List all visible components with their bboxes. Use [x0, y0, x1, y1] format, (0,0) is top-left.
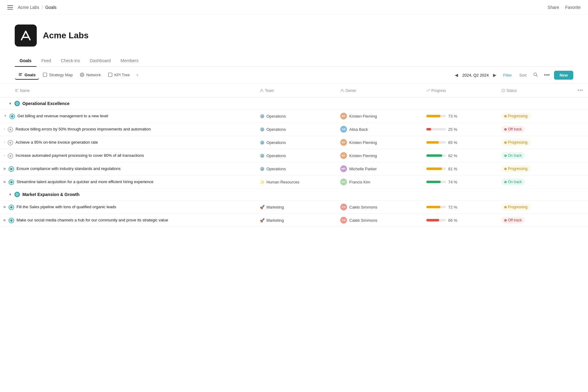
goals-table-container: Name Team Owner — [0, 84, 588, 227]
new-button[interactable]: New — [554, 71, 573, 80]
owner-cell: CSCaleb Simmons — [340, 217, 419, 224]
goal-icon — [9, 218, 14, 223]
goal-text[interactable]: Make our social media channels a hub for… — [17, 217, 168, 223]
view-tab-kpi-tree[interactable]: KPI Tree — [104, 71, 134, 80]
sub-goal-name-cell: ● Increase automated payment processing … — [0, 149, 256, 162]
group-chevron[interactable]: ▼ — [9, 193, 12, 196]
goal-row-chevron[interactable]: ▶ — [4, 180, 6, 184]
sub-goal-text[interactable]: Reduce billing errors by 50% through pro… — [16, 126, 151, 132]
sub-goal-status-cell: Off track — [498, 123, 573, 136]
owner-cell: KFKristen Fleming — [340, 152, 419, 159]
goal-row-chevron[interactable]: ▼ — [4, 114, 7, 118]
sub-goal-more-cell — [572, 136, 588, 149]
goal-name-wrapper: ▶ Streamline talent acquisition for a qu… — [4, 179, 252, 185]
goals-table: Name Team Owner — [0, 84, 588, 227]
group-header-cell: ▼ Market Expansion & Growth — [0, 189, 588, 201]
owner-cell: ABAlisa Back — [340, 126, 419, 133]
goal-icon — [8, 153, 13, 159]
favorite-button[interactable]: Favorite — [565, 5, 581, 10]
period-prev-button[interactable]: ◀ — [453, 71, 460, 79]
progress-bar-bg — [426, 181, 446, 183]
goal-icon — [9, 114, 15, 119]
avatar: FK — [340, 179, 347, 185]
page-tab-goals[interactable]: Goals — [15, 55, 36, 67]
sub-goal-status-cell: On track — [498, 149, 573, 162]
status-badge: Progressing — [501, 139, 531, 146]
goal-text[interactable]: Streamline talent acquisition for a quic… — [17, 179, 153, 185]
status-badge: Progressing — [501, 165, 531, 172]
sub-goal-name-cell: ● Reduce billing errors by 50% through p… — [0, 123, 256, 136]
team-icon: ⚙️ — [260, 140, 265, 145]
owner-name: Caleb Simmons — [349, 205, 378, 209]
goal-text[interactable]: Get billing and revenue management to a … — [17, 113, 108, 119]
sort-button[interactable]: Sort — [517, 72, 529, 79]
goal-progress-cell: 74 % — [423, 175, 498, 189]
owner-name: Kristen Fleming — [349, 153, 377, 158]
add-view-tab-button[interactable]: + — [134, 70, 141, 80]
page-tab-feed[interactable]: Feed — [36, 55, 56, 67]
progress-cell: 73 % — [426, 114, 494, 119]
goal-name-wrapper: ▶ Ensure compliance with industry standa… — [4, 166, 252, 172]
goal-owner-cell: CSCaleb Simmons — [337, 201, 423, 214]
progress-bar-fill — [426, 219, 439, 221]
goal-owner-cell: CSCaleb Simmons — [337, 214, 423, 227]
team-icon: ⚙️ — [260, 114, 265, 119]
table-row: ● Increase automated payment processing … — [0, 149, 588, 162]
group-header-row: ▼ Market Expansion & Growth — [0, 189, 588, 201]
progress-pct: 74 % — [448, 180, 459, 184]
share-button[interactable]: Share — [548, 5, 559, 10]
sub-goal-text[interactable]: Achieve a 95% on-time invoice generation… — [16, 140, 98, 145]
sub-goal-more-cell — [572, 123, 588, 136]
goal-row-chevron[interactable]: ▶ — [4, 167, 6, 171]
table-more-options[interactable]: ••• — [576, 86, 584, 95]
svg-point-20 — [17, 194, 17, 195]
goal-text[interactable]: Fill the Sales pipeline with tons of qua… — [17, 204, 116, 210]
sub-goal-bullet: ● — [4, 141, 5, 144]
progress-cell: 66 % — [426, 218, 494, 223]
team-name: Operations — [266, 153, 286, 158]
progress-bar-fill — [426, 206, 440, 208]
view-tab-network[interactable]: Network — [76, 71, 104, 80]
progress-pct: 73 % — [448, 114, 459, 119]
goal-row-chevron[interactable]: ▶ — [4, 218, 6, 222]
progress-bar-fill — [426, 141, 439, 144]
status-dot — [504, 168, 507, 170]
page-tab-dashboard[interactable]: Dashboard — [85, 55, 116, 67]
svg-point-5 — [80, 73, 84, 77]
status-badge: Off track — [501, 217, 525, 224]
table-row: ● Reduce billing errors by 50% through p… — [0, 123, 588, 136]
owner-cell: FKFrancis Kim — [340, 179, 419, 185]
sub-goal-owner-cell: KFKristen Fleming — [337, 149, 423, 162]
progress-bar-bg — [426, 115, 446, 117]
top-nav: Acme Labs / Goals Share Favorite — [0, 0, 588, 15]
menu-button[interactable] — [7, 5, 13, 9]
more-options-button[interactable]: ••• — [542, 71, 552, 80]
breadcrumb-root[interactable]: Acme Labs — [18, 5, 39, 10]
view-tab-strategy-map[interactable]: Strategy Map — [39, 71, 76, 80]
sub-goal-team-cell: ⚙️Operations — [256, 136, 337, 149]
filter-button[interactable]: Filter — [501, 72, 514, 79]
goal-progress-cell: 72 % — [423, 201, 498, 214]
goal-name-cell: ▶ Ensure compliance with industry standa… — [0, 162, 256, 175]
sub-goal-text[interactable]: Increase automated payment processing to… — [16, 153, 144, 158]
svg-rect-6 — [108, 73, 112, 77]
page-tab-checkins[interactable]: Check-ins — [56, 55, 85, 67]
group-header-row: ▼ Operational Excellence — [0, 98, 588, 110]
goal-team-cell: 🚀Marketing — [256, 214, 337, 227]
sub-toolbar: GoalsStrategy MapNetworkKPI Tree+ ◀ 2024… — [0, 67, 588, 84]
view-tab-goals[interactable]: Goals — [15, 71, 39, 80]
goal-row-chevron[interactable]: ▶ — [4, 205, 6, 209]
period-next-button[interactable]: ▶ — [491, 71, 498, 79]
group-chevron[interactable]: ▼ — [9, 102, 12, 105]
status-dot — [504, 181, 507, 183]
team-name: Operations — [266, 114, 286, 119]
progress-bar-fill — [426, 168, 442, 170]
owner-cell: MPMichelle Parker — [340, 165, 419, 172]
team-badge: ⚙️Operations — [260, 127, 333, 132]
search-button[interactable] — [531, 71, 540, 79]
goal-text[interactable]: Ensure compliance with industry standard… — [17, 166, 121, 172]
page-tab-members[interactable]: Members — [116, 55, 143, 67]
table-row: ▶ Make our social media channels a hub f… — [0, 214, 588, 227]
goal-team-cell: 🚀Marketing — [256, 201, 337, 214]
col-header-status: Status — [498, 84, 573, 98]
